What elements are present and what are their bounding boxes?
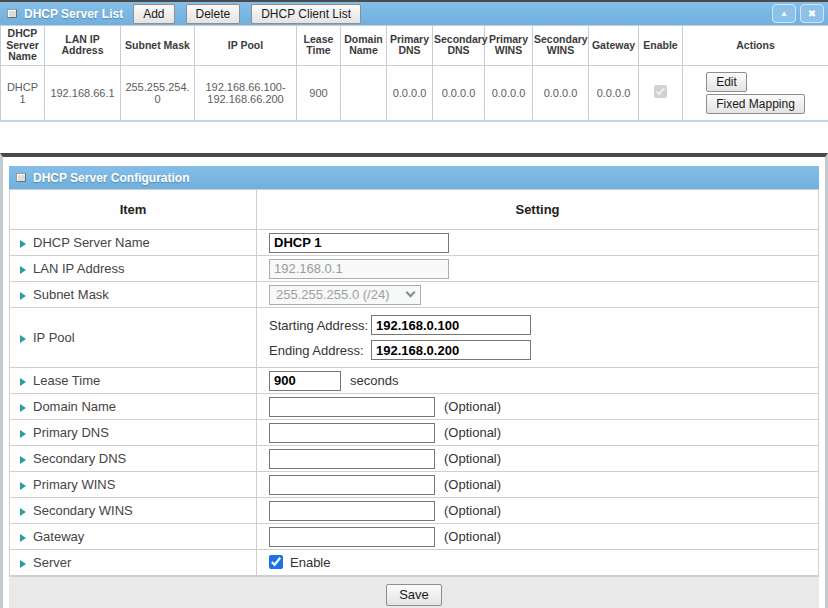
subnet-mask-select: 255.255.255.0 (/24) xyxy=(269,285,421,305)
item-label: Server xyxy=(10,550,257,576)
ending-address-label: Ending Address: xyxy=(269,343,371,358)
lan-ip-address-input xyxy=(269,259,449,279)
optional-label: (Optional) xyxy=(444,425,501,440)
seconds-label: seconds xyxy=(350,373,398,388)
dhcp-server-configuration-panel: DHCP Server Configuration Item Setting D… xyxy=(0,153,828,608)
delete-button[interactable]: Delete xyxy=(186,4,241,24)
row-arrow-icon xyxy=(20,404,26,412)
col-domain-name: Domain Name xyxy=(341,26,387,66)
cell-lan-ip: 192.168.66.1 xyxy=(45,65,121,121)
collapse-icon[interactable]: ▲ xyxy=(772,4,796,23)
server-enable-checkbox[interactable] xyxy=(269,555,283,569)
col-secondary-wins: Secondary WINS xyxy=(533,26,589,66)
cell-domain-name xyxy=(341,65,387,121)
row-arrow-icon xyxy=(20,534,26,542)
enable-label: Enable xyxy=(290,555,330,570)
row-arrow-icon xyxy=(20,482,26,490)
item-label: Domain Name xyxy=(10,394,257,420)
row-arrow-icon xyxy=(20,456,26,464)
row-ip-pool: IP Pool Starting Address: Ending Address… xyxy=(10,308,819,368)
gateway-input[interactable] xyxy=(269,527,435,547)
cell-primary-dns: 0.0.0.0 xyxy=(387,65,433,121)
col-actions: Actions xyxy=(683,26,828,66)
dhcp-server-name-input[interactable] xyxy=(269,233,449,253)
domain-name-input[interactable] xyxy=(269,397,435,417)
list-header-row: DHCP Server Name LAN IP Address Subnet M… xyxy=(1,26,828,66)
dhcp-server-list-panel: DHCP Server List Add Delete DHCP Client … xyxy=(0,0,828,122)
secondary-dns-input[interactable] xyxy=(269,449,435,469)
row-arrow-icon xyxy=(20,430,26,438)
col-ip-pool: IP Pool xyxy=(195,26,297,66)
config-panel-title: DHCP Server Configuration xyxy=(33,171,189,185)
edit-button[interactable]: Edit xyxy=(706,72,747,92)
col-dhcp-server-name: DHCP Server Name xyxy=(1,26,45,66)
row-secondary-dns: Secondary DNS (Optional) xyxy=(10,446,819,472)
cell-ip-pool: 192.168.66.100-192.168.66.200 xyxy=(195,65,297,121)
row-primary-dns: Primary DNS (Optional) xyxy=(10,420,819,446)
optional-label: (Optional) xyxy=(444,399,501,414)
starting-address-input[interactable] xyxy=(371,315,531,335)
starting-address-label: Starting Address: xyxy=(269,318,371,333)
col-primary-wins: Primary WINS xyxy=(485,26,533,66)
col-secondary-dns: Secondary DNS xyxy=(433,26,485,66)
optional-label: (Optional) xyxy=(444,529,501,544)
item-label: Subnet Mask xyxy=(10,282,257,308)
primary-dns-input[interactable] xyxy=(269,423,435,443)
cell-primary-wins: 0.0.0.0 xyxy=(485,65,533,121)
cell-actions: Edit Fixed Mapping xyxy=(683,65,828,121)
config-footer: Save xyxy=(9,576,819,608)
item-label: DHCP Server Name xyxy=(10,230,257,256)
fixed-mapping-button[interactable]: Fixed Mapping xyxy=(706,94,805,114)
row-gateway: Gateway (Optional) xyxy=(10,524,819,550)
row-enable-checkbox xyxy=(654,85,667,98)
close-icon[interactable]: ✖ xyxy=(800,4,824,23)
ending-address-input[interactable] xyxy=(371,340,531,360)
cell-secondary-wins: 0.0.0.0 xyxy=(533,65,589,121)
save-button[interactable]: Save xyxy=(386,584,442,606)
item-label: Lease Time xyxy=(10,368,257,394)
item-header: Item xyxy=(10,190,257,230)
item-label: Gateway xyxy=(10,524,257,550)
col-lan-ip-address: LAN IP Address xyxy=(45,26,121,66)
table-row: DHCP 1 192.168.66.1 255.255.254.0 192.16… xyxy=(1,65,828,121)
row-arrow-icon xyxy=(20,266,26,274)
cell-enable xyxy=(639,65,683,121)
col-enable: Enable xyxy=(639,26,683,66)
add-button[interactable]: Add xyxy=(133,4,174,24)
row-lan-ip-address: LAN IP Address xyxy=(10,256,819,282)
row-arrow-icon xyxy=(20,240,26,248)
row-arrow-icon xyxy=(20,508,26,516)
section-cube-icon xyxy=(16,173,26,182)
row-dhcp-server-name: DHCP Server Name xyxy=(10,230,819,256)
row-server: Server Enable xyxy=(10,550,819,576)
optional-label: (Optional) xyxy=(444,451,501,466)
item-label: Secondary DNS xyxy=(10,446,257,472)
dhcp-client-list-button[interactable]: DHCP Client List xyxy=(251,4,361,24)
row-secondary-wins: Secondary WINS (Optional) xyxy=(10,498,819,524)
lease-time-input[interactable] xyxy=(269,371,341,391)
config-table: Item Setting DHCP Server Name LAN IP Add… xyxy=(9,189,819,576)
cell-server-name: DHCP 1 xyxy=(1,65,45,121)
list-panel-title: DHCP Server List xyxy=(24,7,123,21)
chevron-down-icon xyxy=(406,288,416,298)
primary-wins-input[interactable] xyxy=(269,475,435,495)
setting-header: Setting xyxy=(257,190,819,230)
row-subnet-mask: Subnet Mask 255.255.255.0 (/24) xyxy=(10,282,819,308)
row-primary-wins: Primary WINS (Optional) xyxy=(10,472,819,498)
secondary-wins-input[interactable] xyxy=(269,501,435,521)
item-label: LAN IP Address xyxy=(10,256,257,282)
optional-label: (Optional) xyxy=(444,503,501,518)
cell-subnet-mask: 255.255.254.0 xyxy=(121,65,195,121)
item-label: Primary WINS xyxy=(10,472,257,498)
list-panel-header: DHCP Server List Add Delete DHCP Client … xyxy=(0,2,828,25)
window-controls: ▲ ✖ xyxy=(772,4,824,23)
item-label: IP Pool xyxy=(10,308,257,368)
section-cube-icon xyxy=(7,9,17,18)
config-panel-header: DHCP Server Configuration xyxy=(9,166,819,189)
cell-secondary-dns: 0.0.0.0 xyxy=(433,65,485,121)
optional-label: (Optional) xyxy=(444,477,501,492)
row-arrow-icon xyxy=(20,560,26,568)
config-header-row: Item Setting xyxy=(10,190,819,230)
col-gateway: Gateway xyxy=(589,26,639,66)
col-primary-dns: Primary DNS xyxy=(387,26,433,66)
